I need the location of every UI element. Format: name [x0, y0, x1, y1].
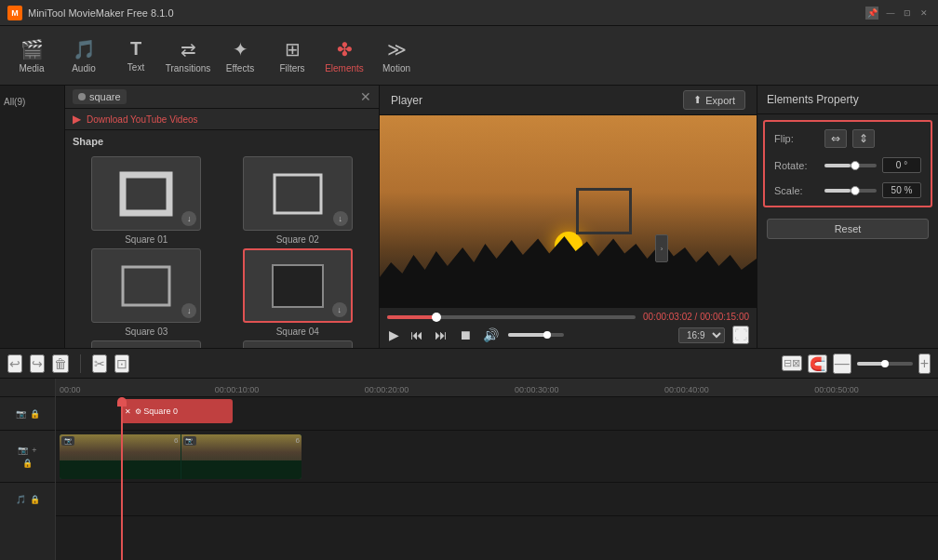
shape-item-sq02[interactable]: ↓ Square 02 [224, 156, 372, 245]
video-thumb-left: 📷 6 [60, 434, 181, 479]
transitions-icon: ⇄ [181, 38, 196, 60]
scale-value[interactable]: 50 % [882, 182, 921, 198]
player-section: Player ⬆ Export 00:00:03:02 / 00:00:15: [380, 86, 757, 348]
element-track-content: ✕ ⚙ Square 0 [56, 397, 938, 430]
progress-bar[interactable] [387, 315, 636, 319]
download-icon-sq03: ↓ [181, 303, 196, 318]
download-icon-sq01: ↓ [181, 211, 196, 226]
rotate-slider[interactable] [824, 164, 877, 167]
svg-rect-2 [123, 267, 169, 305]
shape-item-sq05[interactable]: ↓ Square 05 [73, 340, 221, 348]
filter-tag-label: square [89, 91, 121, 102]
aspect-ratio-select[interactable]: 16:9 [678, 327, 725, 343]
close-button[interactable]: ✕ [918, 7, 931, 20]
toolbar-elements[interactable]: ✤ Elements [320, 32, 368, 80]
audio-track-lock-icon: 🔒 [30, 495, 40, 504]
zoom-in-button[interactable]: + [918, 353, 931, 374]
toolbar-motion[interactable]: ≫ Motion [372, 32, 421, 80]
toolbar-motion-label: Motion [382, 63, 410, 73]
redo-button[interactable]: ↪ [30, 354, 45, 373]
video-track-icon: 📷 [18, 446, 28, 455]
yt-download-banner[interactable]: ▶ Download YouTube Videos [65, 109, 379, 130]
prev-frame-button[interactable]: ⏮ [409, 326, 425, 344]
volume-handle[interactable] [543, 331, 551, 339]
zoom-handle[interactable] [881, 360, 889, 367]
app-title: MiniTool MovieMaker Free 8.1.0 [28, 7, 860, 19]
split-button[interactable]: ⊟⊠ [782, 355, 802, 371]
toolbar-filters[interactable]: ⊞ Filters [268, 32, 316, 80]
element-track-label: 📷 🔒 [0, 397, 55, 431]
flip-vertical-button[interactable]: ⇕ [852, 129, 875, 148]
toolbar-media[interactable]: 🎬 Media [7, 32, 56, 80]
element-clip-icon: ✕ [125, 407, 131, 416]
scale-label: Scale: [774, 185, 819, 196]
video-track-row: 📷 6 📷 6 [56, 431, 938, 483]
flip-horizontal-button[interactable]: ⇔ [824, 129, 847, 148]
element-clip-icon2: ⚙ [135, 407, 141, 416]
audio-track-content [56, 483, 938, 515]
scale-slider[interactable] [824, 189, 877, 193]
next-frame-button[interactable]: ⏭ [433, 326, 449, 344]
zoom-out-button[interactable]: — [833, 353, 851, 374]
filter-close-button[interactable]: ✕ [360, 89, 371, 104]
shape-item-sq03[interactable]: ↓ Square 03 [73, 248, 221, 337]
pin-button[interactable]: 📌 [865, 7, 878, 20]
toolbar-separator-1 [80, 354, 81, 373]
elements-panel-title: Elements Property [757, 86, 938, 114]
main-content: All(9) square ✕ ▶ Download YouTube Video… [0, 86, 938, 348]
video-clip[interactable]: 📷 6 📷 6 [60, 434, 302, 479]
toolbar-text[interactable]: T Text [112, 32, 160, 80]
play-button[interactable]: ▶ [387, 326, 401, 344]
zoom-slider[interactable] [857, 362, 913, 366]
stop-button[interactable]: ⏹ [457, 326, 474, 344]
crop-button[interactable]: ⊡ [114, 354, 129, 373]
playhead[interactable] [121, 397, 123, 560]
restore-button[interactable]: ⊡ [901, 7, 914, 20]
toolbar-audio[interactable]: 🎵 Audio [60, 32, 108, 80]
progress-fill [387, 315, 436, 319]
toolbar-transitions[interactable]: ⇄ Transitions [164, 32, 212, 80]
toolbar-effects[interactable]: ✦ Effects [216, 32, 264, 80]
time-total: 00:00:15:00 [700, 312, 749, 322]
shapes-panel: square ✕ ▶ Download YouTube Videos Shape [65, 86, 379, 348]
track-labels: 📷 🔒 📷 + 🔒 🎵 🔒 [0, 379, 56, 560]
element-clip[interactable]: ✕ ⚙ Square 0 [121, 399, 233, 423]
toolbar-audio-label: Audio [72, 63, 96, 73]
main-toolbar: 🎬 Media 🎵 Audio T Text ⇄ Transitions ✦ E… [0, 26, 938, 86]
video-track-content: 📷 6 📷 6 [56, 431, 938, 482]
shape-item-sq06[interactable]: ↓ Square 06 [224, 340, 372, 348]
reset-button[interactable]: Reset [767, 219, 929, 239]
timeline-area: ↩ ↪ 🗑 ✂ ⊡ ⊟⊠ 🧲 — + 📷 🔒 [0, 348, 938, 560]
progress-handle[interactable] [432, 313, 441, 322]
volume-button[interactable]: 🔊 [481, 326, 501, 344]
expand-panel-button[interactable]: › [655, 234, 668, 262]
volume-slider[interactable] [508, 333, 564, 337]
flip-row: Flip: ⇔ ⇕ [774, 129, 921, 148]
fullscreen-button[interactable]: ⛶ [732, 326, 749, 344]
rotate-slider-handle[interactable] [851, 161, 860, 170]
undo-button[interactable]: ↩ [7, 354, 22, 373]
sidebar-all-item[interactable]: All(9) [0, 91, 64, 113]
cut-button[interactable]: ✂ [92, 354, 107, 373]
svg-rect-0 [123, 175, 169, 213]
toolbar-transitions-label: Transitions [166, 63, 211, 73]
export-button[interactable]: ⬆ Export [683, 90, 745, 110]
shape-thumb-sq02: ↓ [243, 156, 353, 231]
audio-icon: 🎵 [73, 38, 96, 60]
toolbar-effects-label: Effects [226, 63, 254, 73]
rotate-row: Rotate: 0 ° [774, 157, 921, 173]
left-panel: All(9) square ✕ ▶ Download YouTube Video… [0, 86, 380, 348]
magnet-button[interactable]: 🧲 [808, 354, 827, 373]
export-label: Export [705, 95, 735, 106]
shape-item-sq01[interactable]: ↓ Square 01 [73, 156, 221, 245]
filter-tag: square [73, 89, 127, 104]
yt-banner-label: Download YouTube Videos [87, 114, 198, 125]
title-bar: M MiniTool MovieMaker Free 8.1.0 📌 — ⊡ ✕ [0, 0, 938, 26]
player-header: Player ⬆ Export [380, 86, 757, 115]
scale-slider-handle[interactable] [851, 186, 860, 195]
delete-button[interactable]: 🗑 [52, 354, 69, 373]
minimize-button[interactable]: — [884, 7, 897, 20]
shape-item-sq04[interactable]: ↓ Square 04 [224, 248, 372, 337]
rotate-value[interactable]: 0 ° [882, 157, 921, 173]
text-icon: T [130, 38, 141, 60]
